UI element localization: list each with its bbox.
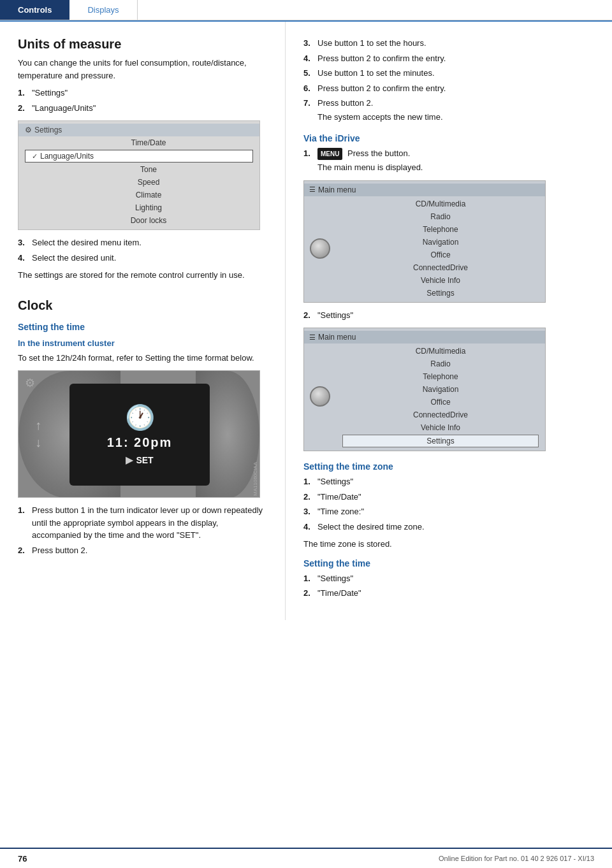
settings-menu-item-tone: Tone — [18, 163, 259, 176]
list-item: 2. Press button 2. — [18, 544, 270, 557]
menu-item-vehicleinfo: Vehicle Info — [336, 274, 545, 287]
watermark: MA11060CIAA — [252, 462, 258, 496]
list-item: 6. Press button 2 to confirm the entry. — [303, 82, 597, 95]
cluster-text: To set the 12h/24h format, refer to Sett… — [18, 352, 270, 365]
menu-items-2: CD/Multimedia Radio Telephone Navigation… — [336, 345, 545, 448]
setting-time-subtitle: Setting the time — [18, 322, 270, 332]
menu-item-settings: Settings — [336, 287, 545, 300]
list-item: 7. Press button 2. The system accepts th… — [303, 97, 597, 123]
tab-controls[interactable]: Controls — [0, 0, 69, 20]
menu-item-office: Office — [336, 249, 545, 261]
tab-controls-label: Controls — [18, 5, 52, 15]
main-menu-header-1: ☰ Main menu — [304, 184, 545, 196]
settings-menu-image: ⚙ Settings Time/Date ✓ Language/Units To… — [18, 120, 260, 230]
list-item: 1. "Settings" — [303, 572, 597, 585]
menu-item-settings-2-selected: Settings — [342, 435, 539, 447]
clock-icon: 🕐 — [125, 403, 155, 431]
cluster-gear-icon: ⚙ — [25, 376, 35, 390]
cluster-image: 🕐 11: 20pm ▶ SET ↑ ↓ ⚙ MA11060CIAA — [18, 370, 260, 498]
settings-menu-item-speed: Speed — [18, 176, 259, 189]
footer: 76 Online Edition for Part no. 01 40 2 9… — [0, 848, 612, 868]
settings-menu-header: ⚙ Settings — [18, 124, 259, 136]
header-tabs: Controls Displays — [0, 0, 612, 20]
footer-text: Online Edition for Part no. 01 40 2 926 … — [439, 855, 594, 862]
list-item: 4. Select the desired unit. — [18, 252, 270, 264]
menu-item-telephone: Telephone — [336, 223, 545, 236]
menu-item-vehicleinfo-2: Vehicle Info — [336, 421, 545, 434]
menu-list-icon-2: ☰ — [309, 333, 316, 342]
setting-time-right-subtitle: Setting the time — [303, 558, 597, 568]
check-icon: ✓ — [32, 152, 38, 161]
menu-item-connecteddrive-2: ConnectedDrive — [336, 409, 545, 421]
cluster-set-row: ▶ SET — [126, 454, 153, 466]
menu-item-office-2: Office — [336, 396, 545, 409]
main-menu-image-1: ☰ Main menu CD/Multimedia Radio Telephon… — [303, 180, 546, 303]
right-column: 3. Use button 1 to set the hours. 4. Pre… — [286, 22, 612, 620]
set-label: SET — [136, 455, 153, 465]
main-menu-wrapper-2: CD/Multimedia Radio Telephone Navigation… — [304, 345, 545, 448]
main-menu-image-2: ☰ Main menu CD/Multimedia Radio Telephon… — [303, 328, 546, 451]
list-item: 2. "Time/Date" — [303, 587, 597, 600]
list-item: 4. Press button 2 to confirm the entry. — [303, 52, 597, 65]
units-steps-before: 1. "Settings" 2. "Language/Units" — [18, 87, 270, 114]
right-steps-top: 3. Use button 1 to set the hours. 4. Pre… — [303, 37, 597, 123]
knob-area-2 — [304, 345, 336, 448]
list-item: 3. Use button 1 to set the hours. — [303, 37, 597, 50]
menu-item-navigation: Navigation — [336, 236, 545, 249]
clock-title: Clock — [18, 298, 270, 313]
menu-item-connecteddrive: ConnectedDrive — [336, 261, 545, 274]
list-item: 2. "Language/Units" — [18, 102, 270, 115]
setting-time-right-steps: 1. "Settings" 2. "Time/Date" — [303, 572, 597, 600]
list-item: 4. Select the desired time zone. — [303, 521, 597, 533]
units-intro: You can change the units for fuel consum… — [18, 57, 270, 82]
main-menu-header-2: ☰ Main menu — [304, 331, 545, 344]
in-instrument-cluster-subtitle: In the instrument cluster — [18, 338, 270, 348]
menu-item-radio-2: Radio — [336, 358, 545, 370]
knob-area-1 — [304, 198, 336, 300]
cluster-arrows: ↑ ↓ — [35, 418, 41, 450]
list-item: 5. Use button 1 to set the minutes. — [303, 67, 597, 80]
settings-menu-item-timedate: Time/Date — [18, 136, 259, 149]
list-item: 3. Select the desired menu item. — [18, 236, 270, 249]
settings-menu-item-lighting: Lighting — [18, 201, 259, 214]
menu-item-radio: Radio — [336, 210, 545, 223]
list-item: 1. Press button 1 in the turn indicator … — [18, 504, 270, 542]
main-menu-wrapper-1: CD/Multimedia Radio Telephone Navigation… — [304, 198, 545, 300]
cluster-center: 🕐 11: 20pm ▶ SET — [69, 384, 210, 486]
play-icon: ▶ — [126, 454, 133, 466]
left-column: Units of measure You can change the unit… — [0, 22, 286, 620]
step2-list: 2. "Settings" — [303, 309, 597, 322]
arrow-up-icon: ↑ — [35, 418, 41, 433]
list-item: 2. "Time/Date" — [303, 491, 597, 503]
list-item: 1. MENU Press the button. The main menu … — [303, 147, 597, 174]
via-idrive-steps: 1. MENU Press the button. The main menu … — [303, 147, 597, 174]
list-item: 3. "Time zone:" — [303, 505, 597, 518]
menu-item-cdmultimedia-2: CD/Multimedia — [336, 345, 545, 358]
list-item: 1. "Settings" — [303, 475, 597, 488]
settings-menu-item-languageunits: ✓ Language/Units — [25, 150, 253, 163]
units-steps-after: 3. Select the desired menu item. 4. Sele… — [18, 236, 270, 264]
setting-timezone-subtitle: Setting the time zone — [303, 461, 597, 472]
idrive-knob-2 — [310, 386, 330, 407]
settings-menu-item-climate: Climate — [18, 189, 259, 201]
units-note: The settings are stored for the remote c… — [18, 269, 270, 282]
clock-steps: 1. Press button 1 in the turn indicator … — [18, 504, 270, 556]
settings-menu-item-doorlocks: Door locks — [18, 214, 259, 227]
list-item: 1. "Settings" — [18, 87, 270, 99]
setting-timezone-steps: 1. "Settings" 2. "Time/Date" 3. "Time zo… — [303, 475, 597, 533]
menu-item-cdmultimedia: CD/Multimedia — [336, 198, 545, 210]
cluster-time-display: 11: 20pm — [107, 435, 173, 450]
tab-displays-label: Displays — [87, 5, 119, 15]
idrive-knob-1 — [310, 238, 330, 259]
tab-displays[interactable]: Displays — [69, 0, 137, 20]
menu-item-telephone-2: Telephone — [336, 370, 545, 383]
menu-item-navigation-2: Navigation — [336, 383, 545, 396]
page-number: 76 — [18, 854, 27, 864]
menu-button-icon: MENU — [317, 148, 342, 160]
units-of-measure-title: Units of measure — [18, 37, 270, 52]
via-idrive-subtitle: Via the iDrive — [303, 133, 597, 143]
main-content: Units of measure You can change the unit… — [0, 22, 612, 620]
list-item: 2. "Settings" — [303, 309, 597, 322]
menu-items-1: CD/Multimedia Radio Telephone Navigation… — [336, 198, 545, 300]
timezone-note: The time zone is stored. — [303, 538, 597, 551]
